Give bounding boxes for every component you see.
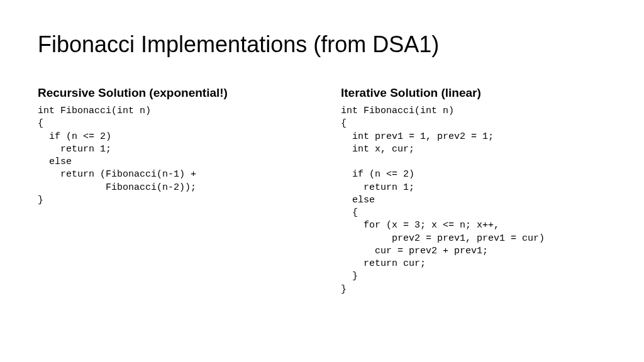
left-code: int Fibonacci(int n) { if (n <= 2) retur… [38,105,303,207]
right-heading: Iterative Solution (linear) [341,86,606,100]
right-code: int Fibonacci(int n) { int prev1 = 1, pr… [341,105,606,296]
right-column: Iterative Solution (linear) int Fibonacc… [341,86,606,296]
left-column: Recursive Solution (exponential!) int Fi… [38,86,303,296]
slide-title: Fibonacci Implementations (from DSA1) [38,31,606,58]
left-heading: Recursive Solution (exponential!) [38,86,303,100]
content-columns: Recursive Solution (exponential!) int Fi… [38,86,606,296]
